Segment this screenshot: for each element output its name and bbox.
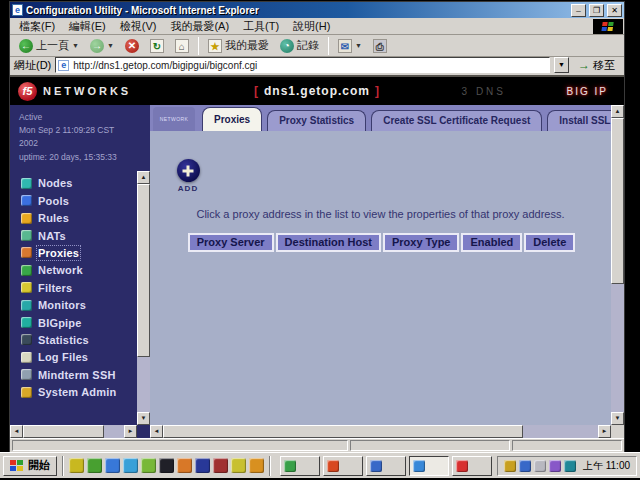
menu-view[interactable]: 檢視(V) — [113, 18, 164, 35]
sidebar-item-log-files[interactable]: Log Files — [21, 349, 150, 366]
sidebar-item-bigpipe[interactable]: BIGpipe — [21, 314, 150, 331]
tray-icon-3[interactable] — [534, 460, 546, 472]
scroll-up-icon[interactable] — [611, 105, 624, 118]
scroll-right-icon[interactable] — [124, 425, 137, 438]
menu-favorites[interactable]: 我的最愛(A) — [163, 18, 236, 35]
task-app-icon — [284, 460, 296, 472]
sidebar-item-label: Nodes — [38, 177, 73, 189]
mail-dropdown-icon: ▼ — [355, 42, 362, 49]
sidebar-item-system-admin[interactable]: System Admin — [21, 383, 150, 400]
tab-strip: NETWORK MAP Proxies Proxy Statistics Cre… — [150, 105, 611, 131]
sidebar-item-label: Proxies — [38, 247, 79, 259]
sidebar-vertical-scrollbar[interactable] — [137, 171, 150, 425]
nodes-icon — [21, 178, 32, 189]
home-button[interactable]: ⌂ — [170, 36, 194, 55]
sidebar-item-filters[interactable]: Filters — [21, 279, 150, 296]
filters-icon — [21, 282, 32, 293]
favorites-button[interactable]: ★ 我的最愛 — [203, 36, 274, 55]
tray-icon-4[interactable] — [549, 460, 561, 472]
sidebar-item-pools[interactable]: Pools — [21, 192, 150, 209]
taskbar-separator — [62, 456, 64, 476]
scroll-down-icon[interactable] — [611, 412, 624, 425]
restore-button[interactable] — [589, 4, 604, 17]
sidebar-item-proxies[interactable]: Proxies — [21, 244, 150, 261]
log-files-icon — [21, 352, 32, 363]
menu-file[interactable]: 檔案(F) — [12, 18, 62, 35]
scroll-left-icon[interactable] — [10, 425, 23, 438]
go-button[interactable]: → 移至 — [573, 56, 620, 74]
sidebar-horizontal-scrollbar[interactable] — [10, 425, 137, 438]
sidebar-item-mindterm-ssh[interactable]: Mindterm SSH — [21, 366, 150, 383]
sidebar-item-nodes[interactable]: Nodes — [21, 175, 150, 192]
forward-button[interactable]: → ▼ — [85, 36, 119, 55]
scrollbar-thumb[interactable] — [611, 118, 624, 284]
scroll-right-icon[interactable] — [598, 425, 611, 438]
quick-launch-icon-6[interactable] — [159, 458, 174, 473]
tray-icon-2[interactable] — [519, 460, 531, 472]
tray-icon-5[interactable] — [564, 460, 576, 472]
back-button[interactable]: ← 上一頁 ▼ — [14, 36, 84, 55]
scroll-up-icon[interactable] — [137, 171, 150, 184]
taskbar-window-button-2[interactable] — [323, 456, 363, 476]
tab-create-ssl-certificate-request[interactable]: Create SSL Certificate Request — [371, 110, 542, 131]
status-message-pane — [12, 440, 348, 451]
sidebar-item-label: Network — [38, 264, 83, 276]
tab-proxies[interactable]: Proxies — [202, 107, 262, 131]
menu-edit[interactable]: 編輯(E) — [62, 18, 113, 35]
minimize-button[interactable] — [571, 4, 586, 17]
ie-document-icon — [12, 4, 23, 16]
history-label: 記錄 — [297, 38, 319, 53]
quick-launch-icon-5[interactable] — [141, 458, 156, 473]
scrollbar-thumb[interactable] — [137, 184, 150, 357]
task-app-icon — [456, 460, 468, 472]
sidebar-item-label: System Admin — [38, 386, 116, 398]
sidebar-item-rules[interactable]: Rules — [21, 209, 150, 226]
content-horizontal-scrollbar[interactable] — [150, 425, 611, 438]
tray-icon-1[interactable] — [504, 460, 516, 472]
sidebar-item-monitors[interactable]: Monitors — [21, 296, 150, 313]
network-map-button[interactable]: NETWORK MAP — [153, 107, 195, 131]
sidebar-item-nats[interactable]: NATs — [21, 227, 150, 244]
refresh-button[interactable]: ↻ — [145, 36, 169, 55]
taskbar-window-button-4-active[interactable] — [409, 456, 449, 476]
menu-tools[interactable]: 工具(T) — [236, 18, 286, 35]
taskbar-window-button-3[interactable] — [366, 456, 406, 476]
history-button[interactable]: ◔ 記錄 — [275, 36, 324, 55]
start-button[interactable]: 開始 — [3, 456, 57, 476]
sidebar-item-network[interactable]: Network — [21, 262, 150, 279]
scroll-left-icon[interactable] — [150, 425, 163, 438]
content-vertical-scrollbar[interactable] — [611, 105, 624, 425]
add-proxy-button[interactable] — [177, 159, 200, 182]
quick-launch-icon-4[interactable] — [123, 458, 138, 473]
quick-launch-icon-10[interactable] — [231, 458, 246, 473]
stop-button[interactable]: ✕ — [120, 36, 144, 55]
scroll-down-icon[interactable] — [137, 412, 150, 425]
sidebar-nav: Nodes Pools Rules NATs Proxies — [10, 175, 150, 401]
tab-proxy-statistics[interactable]: Proxy Statistics — [267, 110, 366, 131]
quick-launch-icon-11[interactable] — [249, 458, 264, 473]
quick-launch-icon-7[interactable] — [177, 458, 192, 473]
quick-launch-icon-2[interactable] — [87, 458, 102, 473]
mail-button[interactable]: ✉ ▼ — [333, 36, 367, 55]
column-header-destination-host: Destination Host — [276, 233, 381, 252]
print-button[interactable]: ⎙ — [368, 36, 392, 55]
tab-install-ssl-certificate[interactable]: Install SSL Certif — [547, 110, 611, 131]
instruction-text: Click a proxy address in the list to vie… — [150, 208, 611, 220]
quick-launch-icon-1[interactable] — [69, 458, 84, 473]
quick-launch-icon-3[interactable] — [105, 458, 120, 473]
column-header-proxy-server: Proxy Server — [188, 233, 274, 252]
sidebar-item-statistics[interactable]: Statistics — [21, 331, 150, 348]
close-button[interactable] — [607, 4, 622, 17]
address-input[interactable]: http://dns1.getop.com/bigipgui/bigconf.c… — [55, 57, 550, 73]
address-dropdown-icon[interactable]: ▼ — [554, 57, 569, 73]
scrollbar-thumb[interactable] — [23, 425, 104, 438]
taskbar-window-button-5[interactable] — [452, 456, 492, 476]
quick-launch-icon-9[interactable] — [213, 458, 228, 473]
scrollbar-thumb[interactable] — [163, 425, 523, 438]
print-icon: ⎙ — [373, 39, 387, 53]
title-bar: Configuration Utility - Microsoft Intern… — [10, 2, 624, 18]
quick-launch-icon-8[interactable] — [195, 458, 210, 473]
menu-help[interactable]: 說明(H) — [286, 18, 337, 35]
hostname-text: dns1.getop.com — [264, 84, 370, 98]
taskbar-window-button-1[interactable] — [280, 456, 320, 476]
